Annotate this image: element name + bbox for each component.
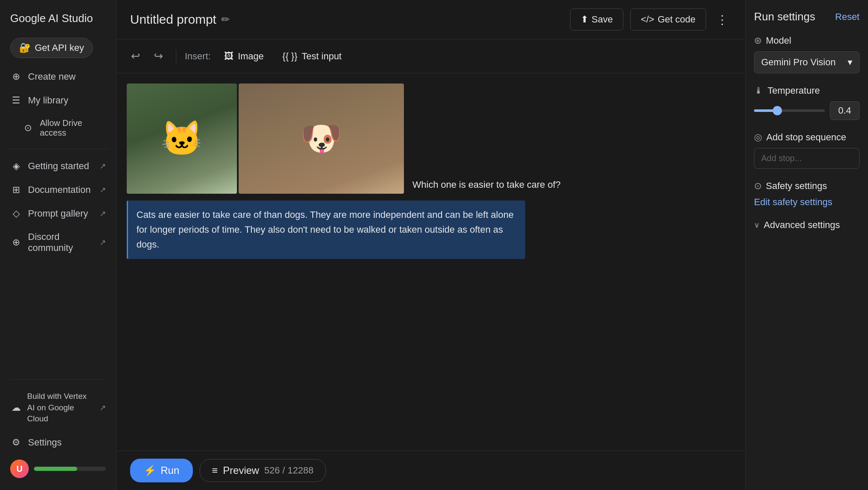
dog-image[interactable]: 🐶 — [239, 84, 404, 194]
temperature-icon: 🌡 — [754, 85, 763, 96]
chevron-down-icon: ▾ — [848, 57, 852, 68]
sidebar-item-create-new[interactable]: ⊕ Create new — [3, 65, 113, 89]
external-link-icon-4: ↗ — [100, 238, 106, 247]
external-link-icon: ↗ — [100, 161, 106, 171]
sidebar-item-settings[interactable]: ⚙ Settings — [3, 431, 113, 454]
external-link-icon-5: ↗ — [100, 403, 106, 412]
cloud-icon: ☁ — [10, 402, 22, 414]
sidebar-item-allow-drive[interactable]: ⊙ Allow Drive access — [3, 112, 113, 144]
plus-icon: ⊕ — [10, 71, 22, 83]
sidebar-item-vertex-ai[interactable]: ☁ Build with Vertex AI on Google Cloud ↗ — [3, 385, 113, 431]
chevron-icon: ∨ — [754, 220, 760, 230]
redo-button[interactable]: ↪ — [150, 46, 167, 66]
settings-icon: ⚙ — [10, 437, 22, 448]
code-icon: </> — [641, 14, 654, 25]
run-icon: ⚡ — [144, 465, 156, 476]
safety-section: ⊙ Safety settings Edit safety settings — [754, 181, 860, 208]
stop-icon: ◎ — [754, 132, 762, 143]
library-icon: ☰ — [10, 95, 22, 106]
model-icon: ⊛ — [754, 35, 762, 46]
stop-sequence-input[interactable] — [754, 148, 860, 169]
prompt-content-area: 🐱 🐶 Which one is easier to take care of?… — [117, 73, 745, 451]
test-input-icon: {{ }} — [282, 51, 298, 62]
temperature-slider-container: 0.4 — [754, 101, 860, 120]
question-text: Which one is easier to take care of? — [412, 179, 561, 194]
response-text: Cats are easier to take care of than dog… — [127, 200, 525, 259]
run-settings-panel: Run settings Reset ⊛ Model Gemini Pro Vi… — [745, 0, 868, 490]
edit-safety-link[interactable]: Edit safety settings — [754, 197, 860, 208]
image-icon: 🖼 — [224, 51, 234, 62]
discord-icon: ⊕ — [10, 237, 22, 248]
sidebar-item-prompt-gallery[interactable]: ◇ Prompt gallery ↗ — [3, 202, 113, 226]
external-link-icon-2: ↗ — [100, 185, 106, 195]
app-logo: Google AI Studio — [0, 0, 116, 35]
token-count: 526 / 12288 — [264, 465, 313, 476]
undo-button[interactable]: ↩ — [127, 46, 145, 66]
save-icon: ⬆ — [581, 14, 588, 25]
key-icon: 🔐 — [19, 42, 31, 53]
user-profile-row[interactable]: U — [3, 454, 113, 483]
dog-image-placeholder: 🐶 — [239, 84, 404, 194]
header-actions: ⬆ Save </> Get code ⋮ — [570, 8, 732, 31]
model-section-title: ⊛ Model — [754, 35, 860, 46]
safety-section-title: ⊙ Safety settings — [754, 181, 860, 192]
preview-icon: ≡ — [212, 465, 218, 476]
toolbar-separator — [176, 50, 176, 63]
images-row: 🐱 🐶 Which one is easier to take care of? — [127, 84, 735, 194]
more-options-button[interactable]: ⋮ — [713, 9, 732, 30]
run-button[interactable]: ⚡ Run — [130, 459, 193, 482]
get-code-button[interactable]: </> Get code — [630, 8, 706, 31]
advanced-settings-toggle[interactable]: ∨ Advanced settings — [754, 220, 860, 231]
run-settings-header: Run settings Reset — [754, 10, 860, 23]
sidebar-item-documentation[interactable]: ⊞ Documentation ↗ — [3, 178, 113, 202]
usage-progress-fill — [34, 467, 77, 471]
gallery-icon: ◇ — [10, 208, 22, 220]
cat-image[interactable]: 🐱 — [127, 84, 237, 194]
avatar: U — [10, 459, 29, 478]
safety-icon: ⊙ — [754, 181, 762, 192]
getting-started-icon: ◈ — [10, 160, 22, 172]
save-button[interactable]: ⬆ Save — [570, 8, 623, 31]
temperature-value: 0.4 — [830, 101, 860, 120]
bottom-bar: ⚡ Run ≡ Preview 526 / 12288 — [117, 451, 745, 490]
model-section: ⊛ Model Gemini Pro Vision ▾ — [754, 35, 860, 73]
reset-button[interactable]: Reset — [835, 11, 860, 22]
sidebar-divider — [7, 149, 109, 149]
external-link-icon-3: ↗ — [100, 209, 106, 218]
usage-progress-bar — [34, 467, 106, 471]
stop-sequence-section-title: ◎ Add stop sequence — [754, 132, 860, 143]
header: Untitled prompt ✏ ⬆ Save </> Get code ⋮ — [117, 0, 745, 39]
main-content-area: Untitled prompt ✏ ⬆ Save </> Get code ⋮ … — [117, 0, 745, 490]
temperature-section-title: 🌡 Temperature — [754, 85, 860, 96]
temperature-section: 🌡 Temperature 0.4 — [754, 85, 860, 120]
cat-image-placeholder: 🐱 — [127, 84, 237, 194]
sidebar-item-my-library[interactable]: ☰ My library — [3, 89, 113, 112]
temperature-slider[interactable] — [754, 109, 825, 112]
run-settings-title: Run settings — [754, 10, 815, 23]
insert-label: Insert: — [185, 51, 211, 62]
insert-image-button[interactable]: 🖼 Image — [217, 47, 270, 65]
drive-icon: ⊙ — [22, 122, 34, 134]
sidebar-divider-2 — [10, 379, 106, 380]
model-selector[interactable]: Gemini Pro Vision ▾ — [754, 51, 860, 73]
edit-title-icon[interactable]: ✏ — [221, 14, 230, 25]
documentation-icon: ⊞ — [10, 184, 22, 196]
sidebar-item-getting-started[interactable]: ◈ Getting started ↗ — [3, 154, 113, 178]
prompt-title: Untitled prompt ✏ — [130, 12, 230, 27]
temperature-thumb[interactable] — [773, 106, 782, 115]
insert-test-input-button[interactable]: {{ }} Test input — [275, 47, 348, 65]
prompt-title-text: Untitled prompt — [130, 12, 216, 27]
sidebar-item-discord[interactable]: ⊕ Discord community ↗ — [3, 226, 113, 259]
stop-sequence-section: ◎ Add stop sequence — [754, 132, 860, 169]
preview-button[interactable]: ≡ Preview 526 / 12288 — [200, 459, 326, 482]
sidebar: Google AI Studio 🔐 Get API key ⊕ Create … — [0, 0, 117, 490]
toolbar: ↩ ↪ Insert: 🖼 Image {{ }} Test input — [117, 39, 745, 73]
get-api-key-button[interactable]: 🔐 Get API key — [10, 38, 93, 58]
